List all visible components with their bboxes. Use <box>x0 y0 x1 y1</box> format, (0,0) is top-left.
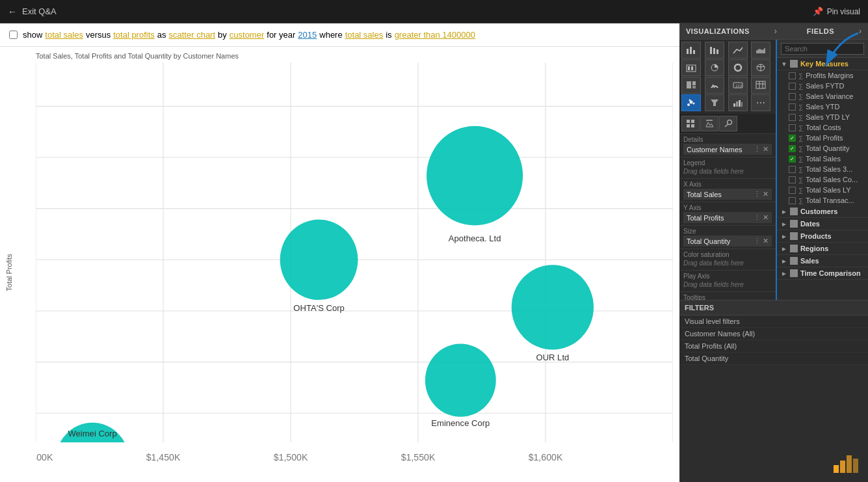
field-item-total-sales-ly[interactable]: ∑ Total Sales LY <box>777 185 868 195</box>
treemap-icon[interactable] <box>681 77 701 94</box>
query-checkbox[interactable] <box>9 31 18 39</box>
funnel-icon[interactable] <box>705 94 724 111</box>
sales-ytd-ly-label: Sales YTD LY <box>806 113 850 121</box>
powerbi-branding <box>830 449 863 478</box>
svg-rect-71 <box>687 124 690 127</box>
scatter-active-icon[interactable] <box>681 94 701 111</box>
profits-margins-checkbox[interactable] <box>789 72 796 79</box>
fields-tab[interactable] <box>681 116 700 131</box>
fields-panel-title: FIELDS <box>807 27 834 35</box>
format-tab[interactable] <box>700 116 718 131</box>
customers-section-header[interactable]: ► Customers <box>777 206 868 218</box>
donut-icon[interactable] <box>728 59 748 76</box>
fields-chevron-icon: › <box>859 27 861 36</box>
analytics-tab[interactable] <box>719 116 737 131</box>
total-sales-ly-label: Total Sales LY <box>806 186 851 194</box>
details-label: Details <box>683 136 772 143</box>
field-item-total-sales-co[interactable]: ∑ Total Sales Co... <box>777 174 868 185</box>
field-item-profits-margins[interactable]: ∑ Profits Margins <box>777 70 868 81</box>
total-profits-checkbox[interactable]: ✓ <box>789 135 796 142</box>
time-comparison-arrow-icon: ► <box>781 270 787 277</box>
line-chart-icon[interactable] <box>728 42 748 59</box>
total-quantity-remove-icon[interactable]: ✕ <box>763 237 769 245</box>
svg-point-31 <box>425 343 496 416</box>
customer-names-remove-icon[interactable]: ✕ <box>763 145 769 154</box>
sales-ytd-checkbox[interactable] <box>789 103 796 111</box>
stacked-area-icon[interactable] <box>681 59 701 76</box>
regions-section-header[interactable]: ► Regions <box>777 243 868 255</box>
total-quantity-checkbox[interactable]: ✓ <box>789 145 796 152</box>
map-icon[interactable] <box>751 59 770 76</box>
customer-names-expand-icon[interactable]: ⋮ <box>754 145 761 154</box>
dates-section-header[interactable]: ► Dates <box>777 218 868 230</box>
svg-rect-76 <box>834 465 839 473</box>
gauge-icon[interactable] <box>705 77 724 94</box>
fields-search-input[interactable] <box>781 43 864 55</box>
field-item-sales-variance[interactable]: ∑ Sales Variance <box>777 91 868 101</box>
sales-variance-label: Sales Variance <box>806 92 853 100</box>
products-section-header[interactable]: ► Products <box>777 230 868 243</box>
more-viz-icon[interactable]: ⋯ <box>751 94 770 111</box>
filter-total-profits[interactable]: Total Profits (All) <box>679 340 868 353</box>
filters-panel: FILTERS Visual level filters Customer Na… <box>679 300 868 365</box>
scatter-chart-svg: $640K $620K $600K $580K $560K $540K $520… <box>36 62 673 482</box>
powerbi-logo <box>830 449 863 478</box>
sales-ytd-label: Sales YTD <box>806 103 839 111</box>
sales-fytd-checkbox[interactable] <box>789 83 796 90</box>
fields-right-column: ▼ Key Measures ∑ Profits Margins ∑ Sales… <box>777 40 868 300</box>
field-item-sales-ytd[interactable]: ∑ Sales YTD <box>777 101 868 112</box>
total-quantity-expand-icon[interactable]: ⋮ <box>754 237 761 245</box>
svg-rect-51 <box>692 81 696 85</box>
field-item-total-transac[interactable]: ∑ Total Transac... <box>777 195 868 206</box>
total-quantity-size-value[interactable]: Total Quantity ⋮ ✕ <box>683 235 772 247</box>
field-item-total-profits[interactable]: ✓ ∑ Total Profits <box>777 133 868 143</box>
field-item-total-sales-3[interactable]: ∑ Total Sales 3... <box>777 164 868 174</box>
total-sales-ly-checkbox[interactable] <box>789 187 796 194</box>
table-icon[interactable] <box>751 77 770 94</box>
time-comparison-icon <box>790 269 798 277</box>
visualizations-panel-title: VISUALIZATIONS <box>686 27 750 35</box>
field-item-sales-ytd-ly[interactable]: ∑ Sales YTD LY <box>777 112 868 122</box>
total-sales-remove-icon[interactable]: ✕ <box>763 190 769 198</box>
time-comparison-section-header[interactable]: ► Time Comparison <box>777 267 868 280</box>
filter-total-quantity[interactable]: Total Quantity <box>679 353 868 365</box>
filter-customer-names[interactable]: Customer Names (All) <box>679 328 868 340</box>
total-sales-co-checkbox[interactable] <box>789 176 796 183</box>
field-item-total-quantity[interactable]: ✓ ∑ Total Quantity <box>777 143 868 154</box>
pie-icon[interactable] <box>705 59 724 76</box>
card-icon[interactable]: 123 <box>728 77 748 94</box>
key-measures-section-header[interactable]: ▼ Key Measures <box>777 58 868 70</box>
sales-section-header[interactable]: ► Sales <box>777 255 868 267</box>
total-profits-value[interactable]: Total Profits ⋮ ✕ <box>683 212 772 223</box>
color-saturation-placeholder: Drag data fields here <box>683 259 772 268</box>
pin-visual-button[interactable]: Pin visual <box>827 7 860 16</box>
sales-variance-checkbox[interactable] <box>789 93 796 100</box>
top-bar-left: ← Exit Q&A <box>8 7 57 17</box>
filter-visual-level[interactable]: Visual level filters <box>679 315 868 328</box>
waterfall-icon[interactable] <box>728 94 748 111</box>
field-item-total-sales[interactable]: ✓ ∑ Total Sales <box>777 154 868 164</box>
total-sales-expand-icon[interactable]: ⋮ <box>754 190 761 198</box>
total-sales-field-type-icon: ∑ <box>798 155 803 163</box>
total-profits-remove-icon[interactable]: ✕ <box>763 213 769 222</box>
sales-ytd-ly-checkbox[interactable] <box>789 114 796 121</box>
exit-qa-button[interactable]: Exit Q&A <box>22 7 57 16</box>
total-sales-checkbox[interactable]: ✓ <box>789 155 796 163</box>
field-item-total-costs[interactable]: ∑ Total Costs <box>777 122 868 133</box>
total-sales-co-type-icon: ∑ <box>798 176 803 183</box>
area-chart-icon[interactable] <box>751 42 770 59</box>
query-text-where: where <box>319 30 342 40</box>
total-sales-value[interactable]: Total Sales ⋮ ✕ <box>683 189 772 200</box>
back-arrow-icon: ← <box>8 7 17 17</box>
viz-icons-section: 123 <box>679 40 776 114</box>
total-quantity-field-label: Total Quantity <box>806 144 849 152</box>
total-sales-3-checkbox[interactable] <box>789 166 796 173</box>
bar-chart-icon[interactable] <box>681 42 701 59</box>
field-item-sales-fytd[interactable]: ∑ Sales FYTD <box>777 81 868 91</box>
query-bar: show total sales versus total profits as… <box>0 23 679 47</box>
total-costs-checkbox[interactable] <box>789 124 796 131</box>
total-profits-expand-icon[interactable]: ⋮ <box>754 213 761 222</box>
customer-names-value[interactable]: Customer Names ⋮ ✕ <box>683 144 772 155</box>
stacked-bar-icon[interactable] <box>705 42 724 59</box>
total-transac-checkbox[interactable] <box>789 197 796 204</box>
